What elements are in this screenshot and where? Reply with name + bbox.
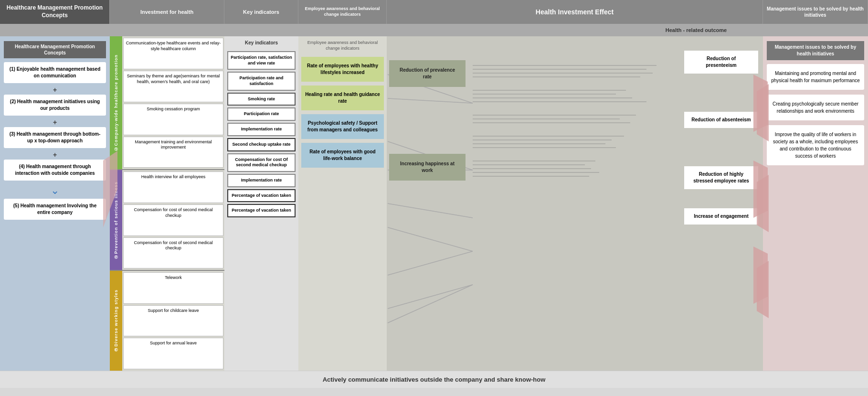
inv-items-purple: Health interview for all employees Compe… xyxy=(122,170,224,270)
concept-3: (3) Health management through bottom-up … xyxy=(4,127,106,148)
inv-item-6: Compensation for cost of second medical … xyxy=(123,204,223,236)
inv-label-green: ①Company-wide healthcare promotion xyxy=(114,54,118,151)
header-concepts: Healthcare Management Promotion Concepts xyxy=(0,0,110,24)
subheader-empty4 xyxy=(298,24,387,36)
left-arrow-connector xyxy=(103,151,122,238)
inv-item-7: Compensation for cost of second medical … xyxy=(123,237,223,269)
header-awareness: Employee awareness and behavioral change… xyxy=(298,0,387,24)
left-hex-connector-mid xyxy=(757,175,769,233)
svg-marker-0 xyxy=(103,151,117,227)
plus-3: + xyxy=(4,151,106,159)
mi-box-2: Creating psychologically secure member r… xyxy=(767,95,864,120)
inv-section-2: ②Prevention of serious illness Health in… xyxy=(110,170,224,270)
footer: Actively communicate initiatives outside… xyxy=(0,371,868,388)
ki-box-1: Participation rate, satisfaction and vie… xyxy=(227,51,296,70)
ki-box-10: Percentage of vacation taken xyxy=(227,204,296,217)
inv-items-green: Communication-type healthcare events and… xyxy=(122,36,224,169)
ro-box-absenteeism: Reduction of absenteeism xyxy=(684,112,758,128)
ki-box-7: Compensation for cost Of second medical … xyxy=(227,153,296,172)
left-hex-connector-top xyxy=(757,84,769,142)
awareness-title-label: Employee awareness and behavioral change… xyxy=(300,38,385,53)
ki-title-label: Key indicators xyxy=(226,38,296,47)
subheader-row: Health - related outcome xyxy=(0,24,868,36)
ki-box-6: Second checkup uptake rate xyxy=(227,138,296,151)
hie-area: Reduction of prevalence rate Increasing … xyxy=(387,36,763,371)
ki-box-4: Participation rate xyxy=(227,107,296,121)
svg-line-7 xyxy=(388,251,473,275)
ho-box-prevalence: Reduction of prevalence rate xyxy=(389,60,466,87)
investment-panel: ①Company-wide healthcare promotion Commu… xyxy=(110,36,224,371)
subheader-empty6 xyxy=(763,24,868,36)
inv-item-3: Smoking cessation program xyxy=(123,104,223,135)
ki-box-9: Percentage of vacation taken xyxy=(227,189,296,203)
right-outcome-items: Reduction of presenteeism Reduction of a… xyxy=(684,51,758,225)
concept-1: (1) Enjoyable health management based on… xyxy=(4,62,106,83)
health-outcome-items: Reduction of prevalence rate Increasing … xyxy=(389,60,466,181)
header-row: Healthcare Management Promotion Concepts… xyxy=(0,0,868,24)
aw-box-2: Healing rate and health guidance rate xyxy=(301,86,384,110)
inv-item-10: Support for annual leave xyxy=(123,338,223,369)
concepts-title: Healthcare Management Promotion Concepts xyxy=(4,41,106,58)
svg-marker-15 xyxy=(757,261,769,318)
subheader-empty2 xyxy=(110,24,224,36)
header-investment: Investment for health xyxy=(110,0,224,24)
aw-box-1: Rate of employees with healthy lifestyle… xyxy=(301,57,384,82)
inv-item-1: Communication-type healthcare events and… xyxy=(123,38,223,69)
subheader-outcome: Health - related outcome xyxy=(629,24,763,36)
ki-box-5: Implementation rate xyxy=(227,123,296,136)
plus-2: + xyxy=(4,118,106,126)
subheader-empty3 xyxy=(224,24,298,36)
header-right: Management issues to be solved by health… xyxy=(763,0,868,24)
main-body: Healthcare Management Promotion Concepts… xyxy=(0,36,868,371)
ro-box-presenteeism: Reduction of presenteeism xyxy=(684,51,758,74)
inv-label-yellow: ③Diverse working styles xyxy=(114,289,118,352)
mi-title: Management issues to be solved by health… xyxy=(767,41,864,60)
svg-line-5 xyxy=(388,203,473,218)
inv-item-9: Support for childcare leave xyxy=(123,305,223,337)
mi-box-3: Improve the quality of life of workers i… xyxy=(767,125,864,165)
page-wrapper: Healthcare Management Promotion Concepts… xyxy=(0,0,868,396)
arrow-down: ⌄ xyxy=(4,184,106,197)
svg-line-9 xyxy=(388,285,473,323)
ki-box-3: Smoking rate xyxy=(227,93,296,106)
ki-box-2: Participation rate and satisfaction xyxy=(227,72,296,90)
concepts-panel: Healthcare Management Promotion Concepts… xyxy=(0,36,110,371)
svg-marker-13 xyxy=(757,84,769,141)
ho-box-happiness: Increasing happiness at work xyxy=(389,154,466,181)
management-issues-panel: Management issues to be solved by health… xyxy=(763,36,868,371)
concept-5: (5) Health management Involving the enti… xyxy=(4,199,106,220)
inv-bar-green: ①Company-wide healthcare promotion xyxy=(110,36,122,169)
subheader-empty1 xyxy=(0,24,110,36)
header-ki: Key indicators xyxy=(224,0,298,24)
inv-item-4: Management training and environmental im… xyxy=(123,137,223,168)
inv-section-1: ①Company-wide healthcare promotion Commu… xyxy=(110,36,224,169)
aw-box-3: Psychological safety / Support from mana… xyxy=(301,114,384,139)
left-hex-connector-bot xyxy=(757,261,769,319)
awareness-panel: Employee awareness and behavioral change… xyxy=(298,36,387,371)
ro-box-stressed: Reduction of highly stressed employee ra… xyxy=(684,166,758,189)
bar-lines-area xyxy=(473,65,677,177)
svg-marker-14 xyxy=(757,175,769,232)
inv-item-8: Telework xyxy=(123,272,223,304)
ki-box-8: Implementation rate xyxy=(227,174,296,187)
footer-text: Actively communicate initiatives outside… xyxy=(323,376,546,383)
inv-bar-yellow: ③Diverse working styles xyxy=(110,271,122,371)
inv-item-5: Health interview for all employees xyxy=(123,171,223,203)
concept-2: (2) Health management initiatives using … xyxy=(4,95,106,116)
concept-4: (4) Health management through interactio… xyxy=(4,160,106,181)
subheader-empty5 xyxy=(387,24,629,36)
ki-panel: Key indicators Participation rate, satis… xyxy=(224,36,298,371)
svg-line-8 xyxy=(388,285,473,309)
inv-items-yellow: Telework Support for childcare leave Sup… xyxy=(122,271,224,371)
inv-section-3: ③Diverse working styles Telework Support… xyxy=(110,271,224,371)
aw-box-4: Rate of employees with good life-work ba… xyxy=(301,143,384,168)
svg-line-6 xyxy=(388,227,473,251)
header-hie-main: Health Investment Effect xyxy=(387,0,763,24)
ro-box-engagement: Increase of engagement xyxy=(684,208,758,225)
plus-1: + xyxy=(4,86,106,94)
mi-box-1: Maintaining and promoting mental and phy… xyxy=(767,64,864,90)
inv-item-2: Seminars by theme and age(seminars for m… xyxy=(123,71,223,102)
